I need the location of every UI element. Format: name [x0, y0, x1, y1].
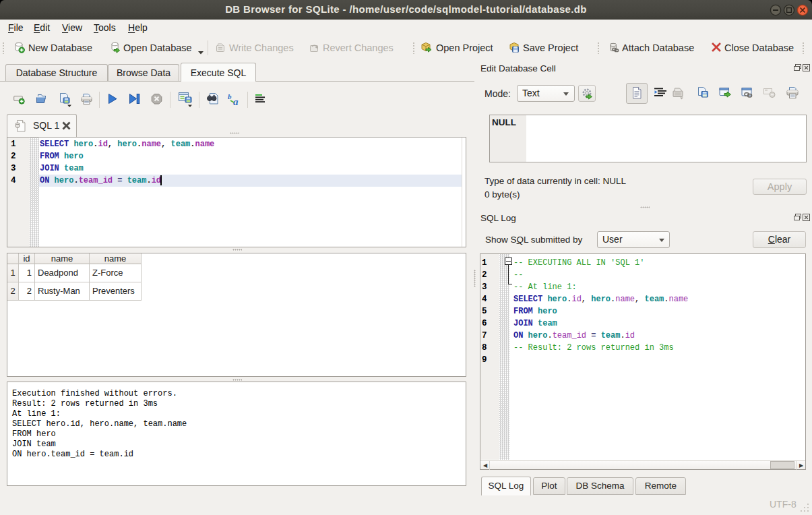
svg-text:b: b: [228, 92, 232, 100]
svg-text:a: a: [233, 96, 239, 107]
